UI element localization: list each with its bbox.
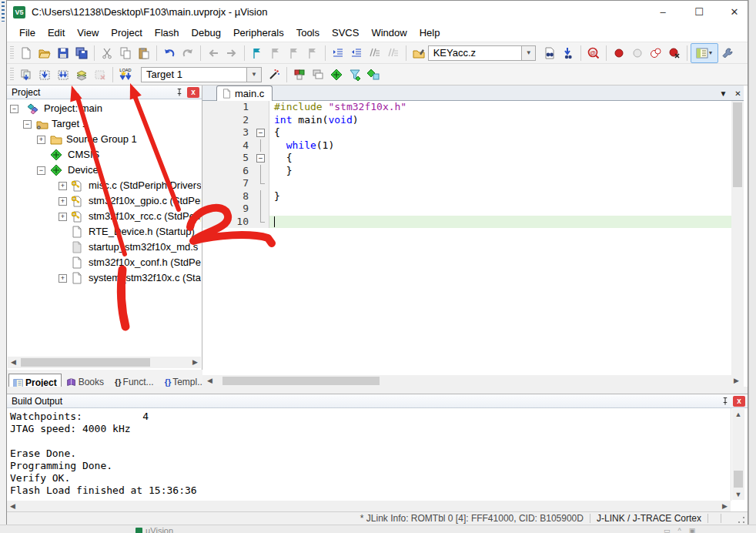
code-line[interactable]: 6 } xyxy=(202,165,731,178)
search-combobox[interactable]: KEYacc.z xyxy=(428,45,523,61)
expand-expander[interactable]: + xyxy=(59,274,67,283)
build-output-horizontal-scrollbar[interactable]: ◀ ▶ xyxy=(7,501,731,512)
panel-close-icon[interactable]: x xyxy=(733,396,745,407)
file-extensions-button[interactable] xyxy=(309,65,327,84)
pack-installer-button[interactable] xyxy=(364,65,383,84)
fold-collapse-icon[interactable] xyxy=(253,126,269,139)
clear-bookmarks-button[interactable] xyxy=(303,44,322,62)
maximize-button[interactable]: ☐ xyxy=(686,1,712,23)
target-dropdown-arrow[interactable]: ▼ xyxy=(246,67,262,82)
taskbar-tray-icons[interactable]: ▭^▣ xyxy=(664,527,695,533)
expand-expander[interactable]: + xyxy=(37,136,45,144)
redo-button[interactable] xyxy=(179,44,197,62)
menu-peripherals[interactable]: Peripherals xyxy=(227,25,290,40)
show-current-statement-button[interactable] xyxy=(584,44,603,62)
paste-button[interactable] xyxy=(135,44,153,62)
rebuild-button[interactable] xyxy=(54,65,72,84)
target-combobox[interactable]: Target 1 xyxy=(141,67,247,82)
options-for-target-button[interactable] xyxy=(265,65,283,84)
kill-all-breakpoints-button[interactable] xyxy=(665,44,684,62)
expand-expander[interactable]: + xyxy=(59,197,67,206)
code-line[interactable]: 1#include "stm32f10x.h" xyxy=(202,101,731,114)
indent-button[interactable] xyxy=(329,44,347,62)
code-line[interactable]: 5 { xyxy=(202,152,731,165)
menu-tools[interactable]: Tools xyxy=(290,25,326,40)
tree-row-misc-c[interactable]: + misc.c (StdPeriph Drivers:Fra xyxy=(7,178,201,193)
batch-build-button[interactable] xyxy=(72,65,91,84)
navigate-back-button[interactable] xyxy=(204,44,222,62)
tree-row-stm32f10x-gpio-c[interactable]: + stm32f10x_gpio.c (StdPeriph xyxy=(7,193,201,209)
menu-project[interactable]: Project xyxy=(105,25,148,40)
minimize-button[interactable]: – xyxy=(650,1,676,23)
code-editor[interactable]: 1#include "stm32f10x.h" 2int main(void) … xyxy=(202,101,731,375)
insert-bookmark-button[interactable] xyxy=(248,44,266,62)
select-software-packs-button[interactable] xyxy=(346,65,364,84)
tree-row-source-group-1[interactable]: + Source Group 1 xyxy=(7,132,201,147)
insert-breakpoint-button[interactable] xyxy=(610,44,628,62)
project-horizontal-scrollbar[interactable]: ◀ ▶ xyxy=(8,357,201,368)
pin-icon[interactable] xyxy=(719,396,731,407)
new-file-button[interactable] xyxy=(17,44,35,62)
title-bar[interactable]: V5 C:\Users\12138\Desktop\F103\main.uvpr… xyxy=(7,1,748,24)
code-line[interactable]: 9 xyxy=(202,203,731,216)
tree-row-startup-stm32f10x-md-s[interactable]: startup_stm32f10x_md.s (St xyxy=(7,240,201,255)
window-layout-button[interactable]: ▼ xyxy=(691,43,718,63)
download-load-button[interactable] xyxy=(116,65,135,84)
manage-project-items-button[interactable] xyxy=(290,65,309,84)
save-all-button[interactable] xyxy=(72,44,91,62)
configuration-wrench-button[interactable] xyxy=(718,44,737,62)
menu-debug[interactable]: Debug xyxy=(186,25,227,40)
build-output-vertical-scrollbar[interactable]: ▲ ▼ xyxy=(732,409,744,500)
code-line[interactable]: 2int main(void) xyxy=(202,114,731,127)
menu-edit[interactable]: Edit xyxy=(42,25,71,40)
search-dropdown-arrow[interactable]: ▼ xyxy=(521,45,536,61)
disable-breakpoint-button[interactable] xyxy=(628,44,647,62)
editor-vertical-scrollbar[interactable] xyxy=(731,101,744,375)
menu-flash[interactable]: Flash xyxy=(149,25,186,40)
menu-svcs[interactable]: SVCS xyxy=(326,25,365,40)
menu-view[interactable]: View xyxy=(71,25,105,40)
folder-edit-icon-button[interactable] xyxy=(410,44,428,62)
outdent-button[interactable] xyxy=(347,44,366,62)
translate-file-button[interactable] xyxy=(17,65,35,84)
menu-file[interactable]: File xyxy=(13,25,42,40)
next-bookmark-button[interactable] xyxy=(266,44,285,62)
disable-all-breakpoints-button[interactable] xyxy=(647,44,665,62)
document-list-dropdown-icon[interactable]: ▼ xyxy=(717,87,730,99)
tree-row-stm32f10x-rcc-c[interactable]: + stm32f10x_rcc.c (StdPeriph xyxy=(7,209,201,224)
code-line[interactable]: 4 while(1) xyxy=(202,139,731,153)
code-line-active[interactable]: 10 xyxy=(202,216,731,229)
previous-bookmark-button[interactable] xyxy=(285,44,303,62)
uncomment-button[interactable] xyxy=(384,44,403,62)
menu-help[interactable]: Help xyxy=(413,25,447,40)
code-line[interactable]: 3{ xyxy=(202,126,731,139)
tree-row-target-1[interactable]: − Target 1 xyxy=(7,116,201,132)
editor-horizontal-scrollbar[interactable]: ◀ ▶ xyxy=(202,375,744,387)
tree-row-cmsis[interactable]: CMSIS xyxy=(7,147,201,163)
toolbar-grip[interactable] xyxy=(10,46,14,60)
fold-collapse-icon[interactable] xyxy=(253,152,269,165)
code-line[interactable]: 7 xyxy=(202,177,731,190)
collapse-expander[interactable]: − xyxy=(10,105,18,113)
toolbar-grip[interactable] xyxy=(10,68,14,82)
tree-row-rte-device-h[interactable]: RTE_Device.h (Startup) xyxy=(7,224,201,240)
close-document-icon[interactable]: ✕ xyxy=(731,87,744,99)
comment-button[interactable] xyxy=(366,44,384,62)
panel-close-icon[interactable]: x xyxy=(187,87,199,98)
collapse-expander[interactable]: − xyxy=(23,120,32,129)
tree-row-system-stm32f10x-c[interactable]: + system_stm32f10x.c (Startup xyxy=(7,270,201,286)
cut-button[interactable] xyxy=(98,44,116,62)
open-file-button[interactable] xyxy=(35,44,54,62)
code-line[interactable]: 8} xyxy=(202,190,731,203)
close-button[interactable]: ✕ xyxy=(721,1,748,23)
build-button[interactable] xyxy=(35,65,54,84)
manage-runtime-environment-button[interactable] xyxy=(327,65,346,84)
save-button[interactable] xyxy=(54,44,72,62)
tab-main-c[interactable]: main.c xyxy=(216,85,273,101)
expand-expander[interactable]: + xyxy=(59,213,67,221)
resize-grip[interactable] xyxy=(737,515,746,525)
menu-window[interactable]: Window xyxy=(365,25,413,40)
stop-build-button[interactable] xyxy=(91,65,109,84)
tree-row-device[interactable]: − Device xyxy=(7,163,201,178)
tree-row-stm32f10x-conf-h[interactable]: stm32f10x_conf.h (StdPeriph xyxy=(7,255,201,270)
